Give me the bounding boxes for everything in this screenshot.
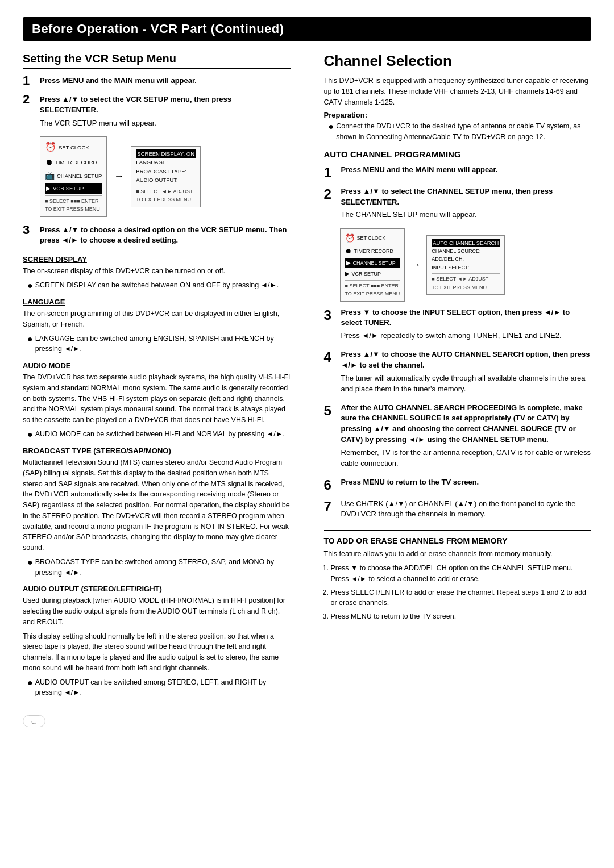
right-intro: This DVD+VCR is equipped with a frequenc…: [324, 76, 592, 107]
page-note: ◡: [23, 715, 45, 727]
header-banner: Before Operation - VCR Part (Continued): [23, 17, 591, 41]
menu-bottom-left: ■ SELECT ■■■ ENTERTO EXIT PRESS MENU: [45, 195, 102, 214]
audio-mode-section: AUDIO MODE The DVD+VCR has two separate …: [23, 361, 291, 440]
audio-output-heading: AUDIO OUTPUT (STEREO/LEFT/RIGHT): [23, 585, 291, 593]
right-step-6-text: Press MENU to return to the TV screen.: [341, 478, 479, 486]
right-step-num-5: 5: [324, 403, 337, 419]
menu-diagram-right: ⏰SET CLOCK ⏺TIMER RECORD ▶CHANNEL SETUP …: [340, 228, 592, 301]
right-step-num-7: 7: [324, 499, 337, 515]
add-erase-item-3: Press MENU to return to the TV screen.: [331, 611, 592, 622]
menu-arrow-right: →: [410, 259, 421, 271]
screen-display-heading: SCREEN DISPLAY: [23, 255, 291, 264]
right-step-num-6: 6: [324, 477, 337, 493]
right-step-3-text: Press ▼ to choose the INPUT SELECT optio…: [341, 308, 570, 327]
right-step-7-text: Use CH/TRK (▲/▼) or CHANNEL (▲/▼) on the…: [341, 499, 592, 520]
step-num-1: 1: [23, 74, 35, 87]
menu-diagram-left: ⏰SET CLOCK ⏺TIMER RECORD 📺CHANNEL SETUP …: [40, 136, 291, 216]
menu-arrow-left: →: [114, 170, 124, 182]
step-num-2: 2: [23, 93, 35, 106]
right-section-title: Channel Selection: [324, 52, 592, 70]
screen-display-bullet: ● SCREEN DISPLAY can be switched between…: [27, 280, 291, 291]
broadcast-type-text: Multichannel Television Sound (MTS) carr…: [23, 457, 291, 553]
right-step-1-text: Press MENU and the MAIN menu will appear…: [341, 165, 498, 174]
audio-mode-heading: AUDIO MODE: [23, 361, 291, 370]
right-step-3-sub: Press ◄/► repeatedly to switch among TUN…: [341, 331, 592, 341]
right-step-2-text: Press ▲/▼ to select the CHANNEL SETUP me…: [341, 187, 553, 206]
language-section: LANGUAGE The on-screen programming of th…: [23, 298, 291, 354]
menu-box-left-right: SCREEN DISPLAY: ON LANGUAGE: BROADCAST T…: [131, 146, 201, 207]
step-3-content: Press ▲/▼ to choose a desired option on …: [40, 225, 291, 249]
right-step-7-content: Use CH/TRK (▲/▼) or CHANNEL (▲/▼) on the…: [341, 499, 592, 523]
menu-box-right-left: ⏰SET CLOCK ⏺TIMER RECORD ▶CHANNEL SETUP …: [340, 228, 405, 301]
preparation-section: Preparation: ● Connect the DVD+VCR to th…: [324, 111, 592, 143]
step-2-text: Press ▲/▼ to select the VCR SETUP menu, …: [40, 95, 231, 114]
right-step-4-sub: The tuner will automatically cycle throu…: [341, 373, 592, 395]
audio-output-section: AUDIO OUTPUT (STEREO/LEFT/RIGHT) Used du…: [23, 585, 291, 698]
add-erase-item-2: Press SELECT/ENTER to add or erase the c…: [331, 587, 592, 609]
prep-bullet: ● Connect the DVD+VCR to the desired typ…: [329, 121, 592, 143]
right-step-7: 7 Use CH/TRK (▲/▼) or CHANNEL (▲/▼) on t…: [324, 499, 592, 523]
right-step-6: 6 Press MENU to return to the TV screen.: [324, 477, 592, 493]
broadcast-type-bullet: ● BROADCAST TYPE can be switched among S…: [27, 557, 291, 578]
right-step-4: 4 Press ▲/▼ to choose the AUTO CHANNEL S…: [324, 349, 592, 397]
step-2-sub: The VCR SETUP menu will appear.: [40, 118, 291, 129]
right-step-1-content: Press MENU and the MAIN menu will appear…: [341, 165, 592, 178]
screen-display-section: SCREEN DISPLAY The on-screen display of …: [23, 255, 291, 291]
broadcast-type-heading: BROADCAST TYPE (STEREO/SAP/MONO): [23, 446, 291, 455]
menu-box-right-right: AUTO CHANNEL SEARCH CHANNEL SOURCE: ADD/…: [426, 235, 505, 295]
page-title: Before Operation - VCR Part (Continued): [32, 22, 582, 36]
add-erase-list: Press ▼ to choose the ADD/DEL CH option …: [331, 563, 592, 622]
right-step-5-sub: Remember, TV is for the air antenna rece…: [341, 448, 592, 469]
step-3-text: Press ▲/▼ to choose a desired option on …: [40, 226, 287, 245]
language-bullet: ● LANGUAGE can be switched among ENGLISH…: [27, 333, 291, 355]
right-step-1: 1 Press MENU and the MAIN menu will appe…: [324, 165, 592, 181]
right-step-num-4: 4: [324, 349, 337, 365]
broadcast-type-section: BROADCAST TYPE (STEREO/SAP/MONO) Multich…: [23, 446, 291, 578]
auto-channel-heading: AUTO CHANNEL PROGRAMMING: [324, 149, 592, 159]
step-1: 1 Press MENU and the MAIN menu will appe…: [23, 76, 291, 89]
right-step-num-1: 1: [324, 165, 337, 181]
right-step-6-content: Press MENU to return to the TV screen.: [341, 477, 592, 490]
right-step-5: 5 After the AUTO CHANNEL SEARCH PROCEEDI…: [324, 403, 592, 471]
right-step-2: 2 Press ▲/▼ to select the CHANNEL SETUP …: [324, 186, 592, 223]
screen-display-text: The on-screen display of this DVD+VCR ca…: [23, 266, 291, 277]
menu-box-left: ⏰SET CLOCK ⏺TIMER RECORD 📺CHANNEL SETUP …: [40, 136, 107, 216]
step-num-3: 3: [23, 224, 35, 236]
language-text: The on-screen programming of this DVD+VC…: [23, 308, 291, 330]
right-step-3-content: Press ▼ to choose the INPUT SELECT optio…: [341, 307, 592, 344]
add-erase-intro: This feature allows you to add or erase …: [324, 549, 592, 560]
step-1-content: Press MENU and the MAIN menu will appear…: [40, 76, 291, 89]
language-heading: LANGUAGE: [23, 298, 291, 306]
right-step-2-content: Press ▲/▼ to select the CHANNEL SETUP me…: [341, 186, 592, 223]
prep-label: Preparation:: [324, 111, 592, 119]
right-step-5-content: After the AUTO CHANNEL SEARCH PROCEEDING…: [341, 403, 592, 471]
right-step-3: 3 Press ▼ to choose the INPUT SELECT opt…: [324, 307, 592, 344]
right-step-2-sub: The CHANNEL SETUP menu will appear.: [341, 210, 592, 220]
right-step-4-content: Press ▲/▼ to choose the AUTO CHANNEL SEA…: [341, 349, 592, 397]
step-2-content: Press ▲/▼ to select the VCR SETUP menu, …: [40, 94, 291, 131]
audio-output-bullet: ● AUDIO OUTPUT can be switched among STE…: [27, 677, 291, 699]
audio-mode-text: The DVD+VCR has two separate audio playb…: [23, 372, 291, 425]
step-1-text: Press MENU and the MAIN menu will appear…: [40, 76, 197, 85]
right-step-5-text: After the AUTO CHANNEL SEARCH PROCEEDING…: [341, 403, 583, 444]
audio-mode-bullet: ● AUDIO MODE can be switched between HI-…: [27, 429, 291, 440]
audio-output-text1: Used during playback [when AUDIO MODE (H…: [23, 595, 291, 627]
add-erase-heading: TO ADD OR ERASE CHANNELS FROM MEMORY: [324, 530, 592, 545]
left-column: Setting the VCR Setup Menu 1 Press MENU …: [23, 52, 291, 727]
right-column: Channel Selection This DVD+VCR is equipp…: [308, 52, 592, 625]
right-step-num-2: 2: [324, 186, 337, 202]
right-step-4-text: Press ▲/▼ to choose the AUTO CHANNEL SEA…: [341, 350, 590, 369]
add-erase-item-1: Press ▼ to choose the ADD/DEL CH option …: [331, 563, 592, 585]
right-step-num-3: 3: [324, 307, 337, 323]
step-3: 3 Press ▲/▼ to choose a desired option o…: [23, 225, 291, 249]
step-2: 2 Press ▲/▼ to select the VCR SETUP menu…: [23, 94, 291, 131]
left-section-title: Setting the VCR Setup Menu: [23, 52, 291, 69]
audio-output-text2: This display setting should normally be …: [23, 631, 291, 674]
